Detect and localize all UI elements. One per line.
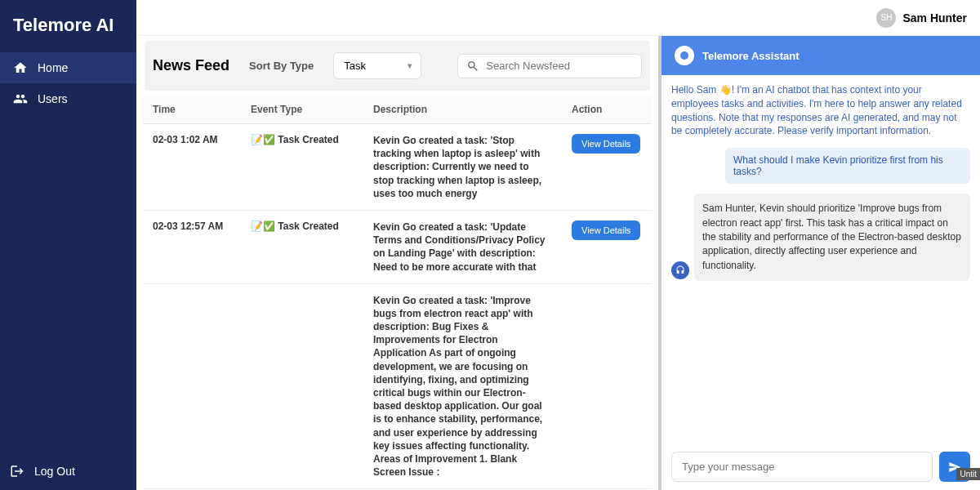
sidebar-nav: Home Users	[0, 52, 136, 452]
view-details-button[interactable]: View Details	[572, 220, 640, 240]
feed-desc: Kevin Go created a task: 'Stop tracking …	[363, 124, 562, 211]
assistant-title: Telemore Assistant	[702, 50, 800, 62]
feed-desc: Kevin Go created a task: 'Update Terms a…	[363, 210, 562, 283]
assistant-avatar-icon	[671, 261, 689, 279]
feed-type: 📝✅ Task Created	[241, 210, 363, 283]
sort-select[interactable]: Task	[333, 52, 421, 79]
assistant-panel: Telemore Assistant Hello Sam 👋! I'm an A…	[662, 36, 980, 490]
sort-value: Task	[344, 60, 366, 72]
feed-type: 📝✅ Task Created	[241, 124, 363, 211]
sort-label: Sort By Type	[249, 60, 314, 72]
feed-time: 02-03 1:02 AM	[143, 124, 241, 211]
feed-table: Time Event Type Description Action 02-03…	[143, 96, 652, 489]
sidebar-item-label: Home	[38, 61, 68, 74]
feed-search[interactable]	[457, 54, 642, 78]
feed-desc: Kevin Go created a task: 'Improve bugs f…	[363, 283, 562, 489]
sidebar-item-label: Users	[38, 92, 68, 105]
logout-icon	[10, 464, 24, 479]
logout-label: Log Out	[34, 465, 75, 478]
sidebar: Telemore AI Home Users Log Out	[0, 0, 136, 490]
chat-input-row	[662, 443, 980, 490]
assistant-message: Sam Hunter, Kevin should prioritize 'Imp…	[694, 194, 970, 281]
feed-row: Kevin Go created a task: 'Improve bugs f…	[143, 283, 652, 489]
feed-title: News Feed	[153, 57, 229, 74]
feed-type	[241, 283, 363, 489]
col-desc: Description	[363, 96, 562, 124]
corner-tag: Untit	[956, 468, 980, 480]
col-action: Action	[562, 96, 652, 124]
assistant-logo-icon	[675, 46, 694, 65]
avatar[interactable]: SH	[876, 8, 896, 28]
main-area: SH Sam Hunter News Feed Sort By Type Tas…	[136, 0, 980, 490]
logout-button[interactable]: Log Out	[0, 452, 136, 490]
sidebar-item-users[interactable]: Users	[0, 83, 136, 114]
username-label: Sam Hunter	[902, 11, 967, 24]
feed-time: 02-03 12:57 AM	[143, 210, 241, 283]
search-icon	[466, 60, 479, 73]
brand-title: Telemore AI	[0, 0, 136, 52]
assistant-header: Telemore Assistant	[662, 36, 980, 75]
feed-header: News Feed Sort By Type Task	[145, 41, 650, 91]
users-icon	[13, 91, 28, 106]
feed-search-input[interactable]	[486, 60, 633, 72]
topbar: SH Sam Hunter	[136, 0, 980, 36]
sidebar-item-home[interactable]: Home	[0, 52, 136, 83]
feed-time	[143, 283, 241, 489]
chat-input[interactable]	[671, 452, 933, 482]
home-icon	[13, 60, 28, 75]
chat-body: Hello Sam 👋! I'm an AI chatbot that has …	[662, 75, 980, 443]
feed-row: 02-03 1:02 AM 📝✅ Task Created Kevin Go c…	[143, 124, 652, 211]
assistant-intro: Hello Sam 👋! I'm an AI chatbot that has …	[671, 83, 970, 138]
feed-row: 02-03 12:57 AM 📝✅ Task Created Kevin Go …	[143, 210, 652, 283]
col-type: Event Type	[241, 96, 363, 124]
user-message: What should I make Kevin prioritize firs…	[725, 148, 970, 184]
left-pane: News Feed Sort By Type Task Time Even	[136, 36, 662, 490]
view-details-button[interactable]: View Details	[572, 134, 640, 154]
col-time: Time	[143, 96, 241, 124]
